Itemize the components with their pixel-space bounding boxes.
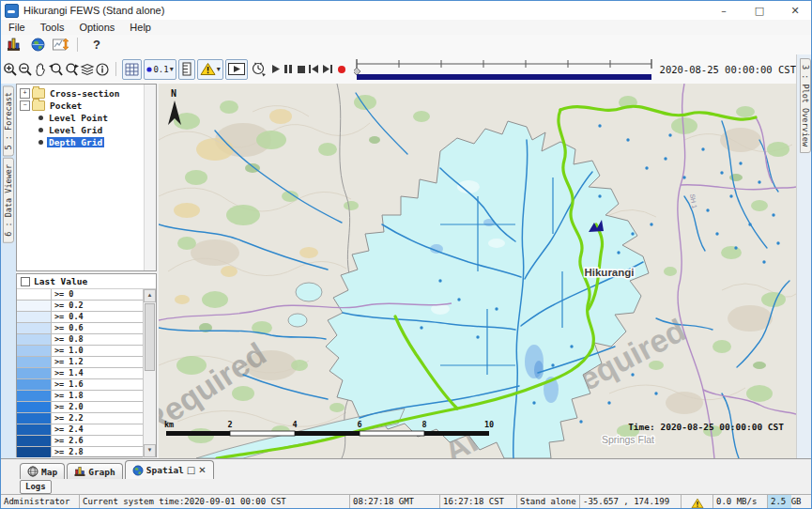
right-tab-strip: 3 : Plot Overview	[796, 54, 812, 458]
spatial-display-icon[interactable]	[51, 37, 71, 54]
collapse-icon[interactable]: −	[20, 100, 30, 111]
legend-row: >= 0	[17, 289, 144, 301]
status-memory: 2.5 GB	[768, 495, 812, 509]
minimize-button[interactable]: –	[706, 1, 742, 20]
window-title: Hikurangi FEWS (Stand alone)	[23, 5, 164, 16]
legend-row-label: >= 0.8	[52, 334, 84, 345]
tab-spatial[interactable]: Spatial □ ✕	[125, 460, 214, 479]
legend-row: >= 2.6	[17, 436, 144, 447]
legend-row: >= 1.8	[17, 391, 144, 402]
menu-tools[interactable]: Tools	[33, 22, 72, 33]
status-warning-icon[interactable]	[682, 495, 713, 509]
skip-to-start-button[interactable]	[308, 60, 319, 79]
toolbar-separator	[77, 38, 78, 52]
legend-color-swatch	[17, 357, 52, 367]
map-globe-icon[interactable]	[27, 37, 48, 54]
zoom-out-icon[interactable]	[18, 60, 33, 79]
zoom-in-icon[interactable]	[3, 60, 18, 79]
main-toolbar: ?	[1, 35, 812, 55]
svg-text:8: 8	[421, 420, 426, 429]
svg-text:4: 4	[292, 420, 297, 429]
zoom-previous-icon[interactable]	[48, 60, 64, 79]
classbreak-dropdown[interactable]: 0.1 ▾	[144, 59, 176, 80]
legend-rows: >= 0>= 0.2>= 0.4>= 0.6>= 0.8>= 1.0>= 1.2…	[17, 289, 144, 457]
maximize-button[interactable]: □	[742, 1, 777, 20]
bullet-icon	[38, 116, 43, 120]
status-transfer-rate: 0.0 MB/s	[713, 495, 768, 509]
maximize-tab-icon[interactable]: □	[187, 465, 195, 475]
legend-row: >= 1.0	[17, 346, 144, 357]
bullet-icon	[38, 140, 43, 145]
legend-row: >= 0.6	[17, 323, 144, 334]
town-label: Hikurangi	[584, 267, 634, 278]
info-icon[interactable]	[95, 60, 110, 79]
tree-item-level-grid[interactable]: Level Grid	[33, 124, 156, 136]
scroll-thumb[interactable]	[145, 303, 155, 371]
tab-plot-overview[interactable]: 3 : Plot Overview	[800, 58, 811, 153]
play-button[interactable]	[270, 60, 281, 79]
legend-row-label: >= 1.0	[52, 346, 84, 356]
map-viewport[interactable]: API Key Required API Key Required	[159, 84, 796, 458]
skip-to-end-button[interactable]	[322, 60, 333, 79]
tab-graph[interactable]: Graph	[67, 463, 123, 479]
legend-color-swatch	[17, 413, 52, 424]
legend-color-swatch	[17, 402, 52, 412]
legend-color-swatch	[17, 424, 52, 435]
classbreak-value: 0.1	[153, 65, 168, 74]
logs-button[interactable]: Logs	[20, 480, 52, 494]
app-logo-icon	[5, 4, 19, 18]
last-value-checkbox[interactable]	[21, 277, 30, 286]
time-slider[interactable]	[354, 56, 654, 82]
zoom-next-icon[interactable]	[64, 60, 80, 79]
chevron-down-icon: ▾	[170, 65, 174, 73]
tree-item-pocket[interactable]: − Pocket	[20, 100, 156, 112]
menu-bar: File Tools Options Help	[1, 20, 812, 36]
menu-help[interactable]: Help	[122, 22, 159, 33]
tree-item-cross-section[interactable]: + Cross-section	[20, 87, 156, 100]
menu-file[interactable]: File	[1, 22, 33, 33]
legend-color-swatch	[17, 447, 52, 457]
pan-hand-icon[interactable]	[33, 60, 48, 79]
close-button[interactable]: ✕	[777, 1, 812, 20]
menu-options[interactable]: Options	[71, 22, 122, 33]
status-system-time: Current system time:2020-09-01 00:00 CST	[80, 495, 350, 509]
close-tab-icon[interactable]: ✕	[198, 465, 206, 475]
record-button[interactable]	[337, 60, 346, 79]
legend-row: >= 0.4	[17, 312, 144, 323]
database-status-icon[interactable]	[4, 37, 24, 54]
legend-row-label: >= 1.6	[52, 379, 84, 390]
animation-clock-icon[interactable]	[251, 60, 267, 79]
legend-row: >= 1.2	[17, 357, 144, 368]
layers-icon[interactable]	[80, 60, 95, 79]
tab-map[interactable]: Map	[20, 463, 65, 479]
tab-data-viewer[interactable]: 6 : Data Viewer	[3, 158, 14, 243]
grid-display-button[interactable]	[122, 59, 142, 80]
expand-icon[interactable]: +	[20, 88, 30, 99]
pause-button[interactable]	[283, 60, 293, 79]
status-gmt-time: 08:27:18 GMT	[350, 495, 440, 509]
status-user: Administrator	[1, 495, 80, 509]
legend-row: >= 2.4	[17, 424, 144, 436]
legend-row-label: >= 1.4	[52, 368, 84, 378]
warning-layer-dropdown[interactable]: ▾	[197, 59, 223, 80]
legend-row-label: >= 2.4	[52, 424, 84, 435]
tab-forecast[interactable]: 5 : Forecast	[3, 85, 14, 156]
tree-item-level-point[interactable]: Level Point	[33, 112, 156, 124]
tree-item-depth-grid[interactable]: Depth Grid	[33, 136, 156, 148]
legend-scrollbar[interactable]: ▲ ▼	[143, 289, 156, 457]
profile-tool-button[interactable]	[178, 59, 195, 80]
legend-color-swatch	[17, 334, 52, 345]
status-bar: Administrator Current system time:2020-0…	[1, 494, 812, 509]
globe-icon	[132, 465, 144, 476]
legend-row-label: >= 0.6	[52, 323, 84, 333]
animation-display-button[interactable]	[225, 59, 248, 80]
svg-text:10: 10	[484, 420, 494, 429]
scroll-down-icon[interactable]: ▼	[144, 444, 156, 457]
tree-scrollbar[interactable]	[144, 85, 156, 270]
legend-row-label: >= 0	[52, 289, 73, 300]
stop-button[interactable]	[297, 60, 306, 79]
scroll-up-icon[interactable]: ▲	[144, 289, 156, 302]
legend-title: Last Value	[34, 276, 87, 286]
help-button[interactable]: ?	[86, 37, 107, 54]
legend-color-swatch	[17, 289, 52, 300]
